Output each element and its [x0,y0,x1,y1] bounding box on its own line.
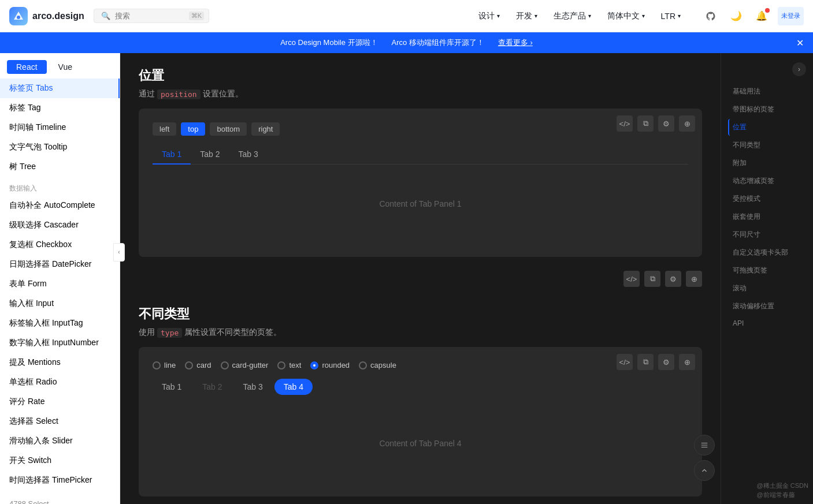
sidebar-item-tabs[interactable]: 标签页 Tabs [0,79,120,98]
copy-button-3[interactable]: ⧉ [637,354,654,370]
notification-icon[interactable]: 🔔 [752,7,771,25]
sidebar-item-select[interactable]: 选择器 Select [0,412,120,431]
sidebar-item-rate[interactable]: 评分 Rate [0,392,120,412]
close-icon[interactable]: ✕ [796,38,804,48]
nav-dev[interactable]: 开发 ▾ [509,9,544,24]
tab-react[interactable]: React [7,60,47,74]
rounded-tab-2[interactable]: Tab 2 [193,379,231,395]
right-nav-scroll[interactable]: 滚动 [728,280,806,297]
type-radio-capsule[interactable]: capsule [359,361,396,369]
rounded-tab-3[interactable]: Tab 3 [234,379,272,395]
type-radio-card[interactable]: card [185,361,211,369]
types-demo-card: </> ⧉ ⚙ ⊕ line card c [139,347,702,496]
settings-button-2[interactable]: ⚙ [665,271,681,287]
sidebar-section-data-input: 数据输入 [0,177,120,196]
code-toggle-button-3[interactable]: </> [617,354,633,370]
nav-ltr[interactable]: LTR ▾ [654,9,688,23]
user-avatar[interactable]: 未登录 [778,7,804,25]
sidebar-item-form[interactable]: 表单 Form [0,274,120,294]
chevron-down-icon: ▾ [588,13,591,19]
position-top-button[interactable]: top [181,122,205,136]
position-tab-content: Content of Tab Panel 1 [153,165,688,243]
settings-button-3[interactable]: ⚙ [658,354,674,370]
banner-text2: Arco 移动端组件库开源了！ [392,38,484,48]
right-nav-types[interactable]: 不同类型 [728,137,806,154]
github-icon[interactable] [701,7,720,25]
right-nav-controlled[interactable]: 受控模式 [728,191,806,207]
right-nav-icon-tabs[interactable]: 带图标的页签 [728,101,806,118]
sidebar-item-inputnumber[interactable]: 数字输入框 InputNumber [0,333,120,353]
theme-icon[interactable]: 🌙 [727,7,745,25]
code-toggle-button[interactable]: </> [617,115,633,132]
position-demo-card: </> ⧉ ⚙ ⊕ left top bottom right Tab 1 Ta… [139,109,702,257]
banner-link[interactable]: 查看更多 › [498,38,533,48]
sidebar-item-datepicker[interactable]: 日期选择器 DatePicker [0,255,120,274]
right-sidebar: › 基础用法 带图标的页签 位置 不同类型 附加 动态增减页签 受控模式 嵌套使… [721,53,813,504]
right-nav-dynamic[interactable]: 动态增减页签 [728,173,806,189]
sidebar-item-tag[interactable]: 标签 Tag [0,98,120,118]
scroll-to-bottom-button[interactable] [694,435,715,456]
search-input[interactable] [115,12,184,20]
right-nav-custom-header[interactable]: 自定义选项卡头部 [728,244,806,261]
sidebar-item-tooltip[interactable]: 文字气泡 Tooltip [0,137,120,157]
sidebar-item-tree[interactable]: 树 Tree [0,157,120,177]
type-radio-text[interactable]: text [277,361,301,369]
position-title: 位置 [139,67,702,84]
logo-text: arco.design [32,11,84,21]
rounded-tab-4[interactable]: Tab 4 [274,379,313,395]
type-radio-card-gutter[interactable]: card-gutter [221,361,269,369]
right-nav-sizes[interactable]: 不同尺寸 [728,226,806,243]
sidebar-item-checkbox[interactable]: 复选框 Checkbox [0,235,120,255]
nav-lang[interactable]: 简体中文 ▾ [600,9,652,24]
sidebar-item-switch[interactable]: 开关 Switch [0,451,120,471]
sidebar-toggle-button[interactable]: ‹ [113,243,125,262]
copy-button[interactable]: ⧉ [637,115,654,132]
sidebar-item-4788-select[interactable]: 4788 Select [0,495,120,504]
sidebar-item-radio[interactable]: 单选框 Radio [0,372,120,392]
position-tab-2[interactable]: Tab 2 [191,145,229,165]
right-nav-position[interactable]: 位置 [728,119,806,136]
rounded-tab-1[interactable]: Tab 1 [153,379,191,395]
nav-ecosystem[interactable]: 生态产品 ▾ [547,9,598,24]
expand-button-2[interactable]: ⊕ [686,271,702,287]
right-nav-draggable[interactable]: 可拖拽页签 [728,262,806,279]
position-bottom-button[interactable]: bottom [210,122,247,136]
right-nav-scroll-offset[interactable]: 滚动偏移位置 [728,298,806,315]
main-content: 位置 通过 position 设置位置。 </> ⧉ ⚙ ⊕ left top … [120,53,721,504]
scroll-to-top-button[interactable] [694,460,715,481]
right-nav-api[interactable]: API [728,316,806,331]
types-tab-content: Content of Tab Panel 4 [153,404,688,483]
tab-vue[interactable]: Vue [49,60,81,74]
expand-button[interactable]: ⊕ [679,115,695,132]
search-box[interactable]: 🔍 ⌘K [94,9,209,23]
type-radio-rounded[interactable]: rounded [310,361,350,369]
position-left-button[interactable]: left [153,122,176,136]
position-right-button[interactable]: right [251,122,280,136]
chevron-down-icon: ▾ [497,13,500,19]
sidebar-item-inputtag[interactable]: 标签输入框 InputTag [0,313,120,333]
nav-design[interactable]: 设计 ▾ [472,9,507,24]
position-tab-1[interactable]: Tab 1 [153,145,191,165]
sidebar-item-timeline[interactable]: 时间轴 Timeline [0,118,120,137]
right-nav-nested[interactable]: 嵌套使用 [728,208,806,225]
sidebar-item-mentions[interactable]: 提及 Mentions [0,353,120,372]
position-section: 位置 通过 position 设置位置。 </> ⧉ ⚙ ⊕ left top … [120,53,721,271]
settings-button[interactable]: ⚙ [658,115,674,132]
sidebar-item-timepicker[interactable]: 时间选择器 TimePicker [0,471,120,490]
type-radio-line[interactable]: line [153,361,176,369]
radio-circle-capsule [359,361,367,369]
expand-button-3[interactable]: ⊕ [679,354,695,370]
position-tab-3[interactable]: Tab 3 [229,145,268,165]
radio-circle-line [153,361,161,369]
copy-button-2[interactable]: ⧉ [644,271,660,287]
sidebar-item-cascader[interactable]: 级联选择 Cascader [0,215,120,235]
code-toggle-button-2[interactable]: </> [623,271,640,287]
right-nav-basic[interactable]: 基础用法 [728,83,806,100]
sidebar-item-autocomplete[interactable]: 自动补全 AutoComplete [0,196,120,215]
sidebar-item-input[interactable]: 输入框 Input [0,294,120,313]
logo[interactable]: arco.design [9,7,84,25]
right-nav-expand-button[interactable]: › [792,62,806,76]
sidebar-item-slider[interactable]: 滑动输入条 Slider [0,431,120,451]
main-layout: React Vue 标签页 Tabs 标签 Tag 时间轴 Timeline 文… [0,53,813,504]
right-nav-extra[interactable]: 附加 [728,155,806,171]
